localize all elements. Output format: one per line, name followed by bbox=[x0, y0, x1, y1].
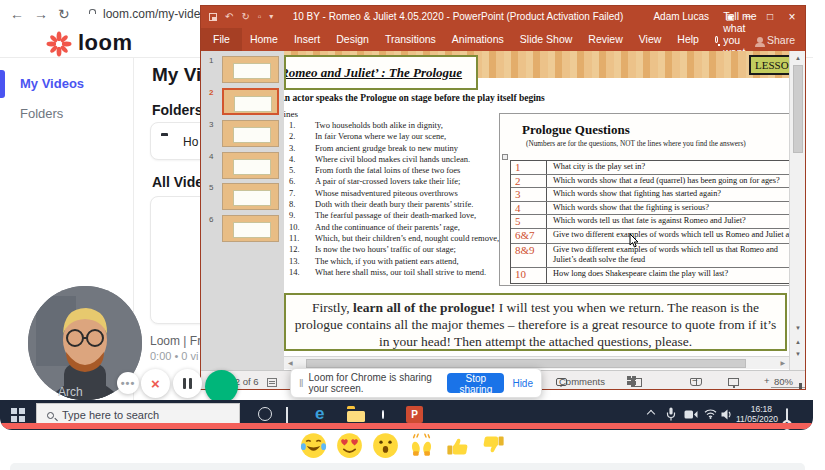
question-row: 3Which words show that fighting has star… bbox=[511, 188, 789, 202]
tab-home[interactable]: Home bbox=[242, 28, 286, 51]
loom-wordmark[interactable]: loom bbox=[78, 30, 133, 56]
camera-icon[interactable] bbox=[684, 410, 698, 419]
video-meta: 0:00 • 0 vi bbox=[150, 350, 199, 362]
lesson-badge: LESSON bbox=[749, 55, 789, 75]
folder-name: Ho bbox=[183, 135, 198, 149]
emoji-raising-hands-icon[interactable] bbox=[408, 432, 435, 459]
stop-sharing-button[interactable]: Stop sharing bbox=[447, 373, 504, 393]
hide-button[interactable]: Hide bbox=[512, 378, 533, 389]
share-button[interactable]: Share bbox=[757, 34, 795, 46]
slide-thumbnail-1[interactable] bbox=[222, 56, 279, 83]
finish-recording-button[interactable] bbox=[205, 370, 238, 403]
slide-thumbnail-6[interactable] bbox=[222, 215, 279, 242]
window-title: 10 BY - Romeo & Juliet 4.05.2020 - Power… bbox=[261, 6, 655, 28]
slide-thumbnail-4[interactable] bbox=[222, 152, 279, 179]
slideshow-view-icon[interactable] bbox=[728, 378, 739, 386]
table-handle-icon[interactable] bbox=[502, 154, 508, 160]
scroll-right-icon[interactable]: ▶ bbox=[780, 357, 785, 370]
tab-transitions[interactable]: Transitions bbox=[377, 28, 444, 51]
notes-icon[interactable] bbox=[267, 378, 277, 387]
tab-insert[interactable]: Insert bbox=[286, 28, 328, 51]
cortana-icon[interactable] bbox=[258, 407, 272, 421]
browser-reload-icon[interactable]: ↻ bbox=[58, 6, 70, 22]
zoom-in-icon[interactable]: + bbox=[764, 375, 770, 386]
wifi-icon[interactable] bbox=[704, 409, 717, 419]
slide-footer-box[interactable]: Firstly, learn all of the prologue! I wi… bbox=[284, 293, 787, 351]
h-scroll-thumb[interactable] bbox=[306, 359, 746, 368]
clock-time: 16:18 bbox=[736, 404, 772, 414]
tab-help[interactable]: Help bbox=[669, 28, 707, 51]
slide-sorter-icon[interactable] bbox=[627, 376, 636, 385]
scroll-up-icon[interactable]: ▲ bbox=[790, 53, 806, 63]
undo-icon[interactable]: ↶ bbox=[225, 12, 233, 22]
tab-review[interactable]: Review bbox=[580, 28, 630, 51]
questions-title: Prologue Questions bbox=[522, 122, 789, 138]
speaker-icon[interactable] bbox=[721, 409, 733, 420]
previous-slide-icon[interactable]: ▲ bbox=[790, 337, 806, 347]
browser-back-icon[interactable]: ← bbox=[10, 6, 24, 22]
cancel-recording-button[interactable]: × bbox=[141, 369, 170, 398]
scroll-down-icon[interactable]: ▼ bbox=[790, 323, 806, 333]
slide-canvas: Romeo and Juliet’ : The Prologue LESSON … bbox=[284, 51, 789, 370]
powerpoint-taskbar-icon[interactable]: P bbox=[406, 406, 423, 423]
emoji-joy-icon[interactable] bbox=[300, 432, 327, 459]
tab-animations[interactable]: Animations bbox=[444, 28, 512, 51]
emoji-heart-eyes-icon[interactable] bbox=[336, 432, 363, 459]
slide-thumbnail-2[interactable] bbox=[222, 88, 279, 115]
browser-forward-icon[interactable]: → bbox=[34, 6, 48, 22]
tab-view[interactable]: View bbox=[631, 28, 670, 51]
comments-label[interactable]: Comments bbox=[559, 376, 605, 387]
emoji-thumbs-up-icon[interactable] bbox=[444, 432, 471, 459]
share-person-icon bbox=[757, 37, 763, 43]
vertical-scrollbar[interactable]: ▲ ▼ ▲ ▼ bbox=[789, 51, 805, 370]
questions-panel[interactable]: Prologue Questions (Numbers are for the … bbox=[499, 113, 789, 286]
address-bar[interactable]: loom.com/my-videos bbox=[103, 7, 213, 21]
pause-recording-button[interactable] bbox=[173, 369, 202, 398]
webcam-name-label: Arch bbox=[58, 385, 83, 399]
screen: ← → ↻ loom.com/my-videos loom My Videos bbox=[0, 0, 825, 470]
search-icon bbox=[47, 412, 54, 419]
zoom-slider[interactable] bbox=[771, 387, 806, 388]
drag-handle-icon[interactable]: ‖ bbox=[299, 377, 303, 389]
slide-thumbnail-5[interactable] bbox=[222, 183, 279, 210]
search-placeholder: Type here to search bbox=[62, 409, 159, 421]
edge-icon[interactable]: e bbox=[315, 404, 324, 424]
screen-share-bar: ‖ Loom for Chrome is sharing your screen… bbox=[290, 368, 542, 398]
sidebar-item-folders[interactable]: Folders bbox=[20, 106, 63, 121]
sidebar-item-my-videos[interactable]: My Videos bbox=[20, 76, 84, 91]
footer-bold: learn all of the prologue! bbox=[353, 300, 495, 315]
question-row: 8&9Give two different examples of words … bbox=[511, 244, 789, 268]
emoji-surprised-icon[interactable] bbox=[372, 432, 399, 459]
tray-chevron-icon[interactable] bbox=[647, 410, 655, 418]
loom-logo-icon bbox=[46, 31, 72, 57]
redo-icon[interactable]: ↻ bbox=[241, 12, 249, 22]
close-button[interactable]: × bbox=[779, 6, 805, 28]
slide-thumbnail-3[interactable] bbox=[222, 120, 279, 147]
powerpoint-window: ↶ ↻ ▫ ▾ 10 BY - Romeo & Juliet 4.05.2020… bbox=[200, 5, 806, 390]
emoji-thumbs-down-icon[interactable] bbox=[480, 432, 507, 459]
zoom-out-icon[interactable]: − bbox=[692, 375, 698, 386]
lines-label: Lines bbox=[284, 109, 298, 119]
tab-slideshow[interactable]: Slide Show bbox=[512, 28, 581, 51]
x-icon: × bbox=[151, 375, 160, 392]
tab-file[interactable]: File bbox=[201, 28, 242, 51]
emoji-reactions bbox=[300, 432, 507, 459]
question-row: 4Which words show that the fighting is s… bbox=[511, 202, 789, 216]
zoom-level[interactable]: 80% bbox=[774, 376, 793, 387]
next-slide-icon[interactable]: ▼ bbox=[790, 349, 806, 359]
save-icon[interactable] bbox=[209, 13, 217, 21]
thumb-number: 3 bbox=[209, 120, 213, 129]
more-options-button[interactable]: ••• bbox=[117, 372, 139, 394]
ppt-titlebar[interactable]: ↶ ↻ ▫ ▾ 10 BY - Romeo & Juliet 4.05.2020… bbox=[201, 6, 805, 28]
slide-thumbnail-panel: 1 2 3 4 5 6 bbox=[201, 51, 284, 370]
slide-title-box[interactable]: Romeo and Juliet’ : The Prologue bbox=[284, 55, 478, 90]
account-name[interactable]: Adam Lucas bbox=[653, 6, 709, 28]
microphone-icon[interactable] bbox=[666, 407, 676, 422]
zoom-slider-thumb[interactable] bbox=[799, 383, 802, 390]
v-scroll-thumb[interactable] bbox=[793, 65, 803, 153]
tab-design[interactable]: Design bbox=[328, 28, 377, 51]
taskbar-clock[interactable]: 16:18 11/05/2020 bbox=[736, 404, 772, 424]
ribbon-tabs: File Home Insert Design Transitions Anim… bbox=[201, 28, 805, 51]
sidebar-active-indicator bbox=[0, 70, 5, 98]
start-button-icon[interactable] bbox=[11, 408, 25, 422]
